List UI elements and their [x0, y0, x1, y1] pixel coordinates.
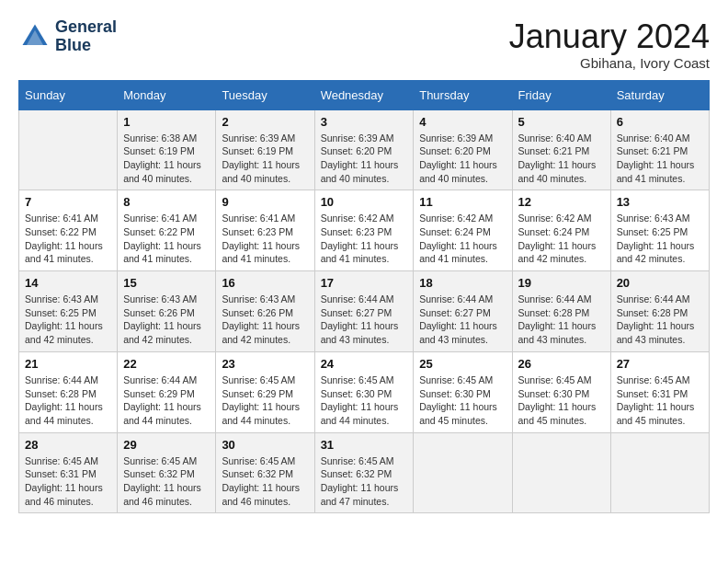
day-number: 6: [617, 115, 703, 129]
calendar-cell: 15Sunrise: 6:43 AMSunset: 6:26 PMDayligh…: [118, 271, 216, 352]
page-header: General Blue January 2024 Gbihana, Ivory…: [18, 18, 710, 71]
day-number: 22: [123, 357, 210, 371]
day-number: 5: [518, 115, 605, 129]
calendar-cell: 8Sunrise: 6:41 AMSunset: 6:22 PMDaylight…: [118, 190, 216, 271]
weekday-header-row: SundayMondayTuesdayWednesdayThursdayFrid…: [19, 80, 710, 109]
calendar-cell: 4Sunrise: 6:39 AMSunset: 6:20 PMDaylight…: [414, 109, 512, 190]
calendar-cell: [512, 432, 610, 513]
day-number: 21: [25, 357, 111, 371]
calendar-cell: 17Sunrise: 6:44 AMSunset: 6:27 PMDayligh…: [314, 271, 414, 352]
day-number: 8: [123, 195, 210, 209]
day-number: 10: [321, 195, 408, 209]
calendar-cell: 2Sunrise: 6:39 AMSunset: 6:19 PMDaylight…: [216, 109, 314, 190]
week-row-5: 28Sunrise: 6:45 AMSunset: 6:31 PMDayligh…: [19, 432, 710, 513]
day-info: Sunrise: 6:45 AMSunset: 6:31 PMDaylight:…: [25, 454, 111, 509]
day-number: 16: [222, 276, 308, 290]
weekday-header-tuesday: Tuesday: [216, 80, 314, 109]
calendar-cell: 10Sunrise: 6:42 AMSunset: 6:23 PMDayligh…: [314, 190, 414, 271]
calendar-cell: 20Sunrise: 6:44 AMSunset: 6:28 PMDayligh…: [610, 271, 709, 352]
day-info: Sunrise: 6:42 AMSunset: 6:23 PMDaylight:…: [321, 212, 408, 266]
day-info: Sunrise: 6:45 AMSunset: 6:32 PMDaylight:…: [222, 454, 308, 509]
day-info: Sunrise: 6:39 AMSunset: 6:20 PMDaylight:…: [321, 132, 408, 186]
weekday-header-friday: Friday: [512, 80, 610, 109]
day-number: 18: [419, 276, 506, 290]
logo-text: General Blue: [55, 18, 117, 55]
weekday-header-wednesday: Wednesday: [314, 80, 414, 109]
calendar-cell: 13Sunrise: 6:43 AMSunset: 6:25 PMDayligh…: [610, 190, 709, 271]
week-row-2: 7Sunrise: 6:41 AMSunset: 6:22 PMDaylight…: [19, 190, 710, 271]
calendar-cell: 21Sunrise: 6:44 AMSunset: 6:28 PMDayligh…: [19, 351, 118, 432]
calendar-cell: 11Sunrise: 6:42 AMSunset: 6:24 PMDayligh…: [414, 190, 512, 271]
calendar-cell: 26Sunrise: 6:45 AMSunset: 6:30 PMDayligh…: [512, 351, 610, 432]
calendar-cell: 27Sunrise: 6:45 AMSunset: 6:31 PMDayligh…: [610, 351, 709, 432]
day-number: 12: [518, 195, 605, 209]
calendar-cell: 29Sunrise: 6:45 AMSunset: 6:32 PMDayligh…: [118, 432, 216, 513]
day-number: 19: [518, 276, 605, 290]
day-number: 24: [321, 357, 408, 371]
calendar-cell: 9Sunrise: 6:41 AMSunset: 6:23 PMDaylight…: [216, 190, 314, 271]
calendar-cell: 30Sunrise: 6:45 AMSunset: 6:32 PMDayligh…: [216, 432, 314, 513]
day-info: Sunrise: 6:39 AMSunset: 6:19 PMDaylight:…: [222, 132, 308, 186]
day-info: Sunrise: 6:45 AMSunset: 6:31 PMDaylight:…: [617, 373, 703, 428]
day-info: Sunrise: 6:42 AMSunset: 6:24 PMDaylight:…: [518, 212, 605, 266]
day-number: 25: [419, 357, 506, 371]
day-number: 17: [321, 276, 408, 290]
day-info: Sunrise: 6:39 AMSunset: 6:20 PMDaylight:…: [419, 132, 506, 186]
day-number: 30: [222, 438, 308, 452]
day-info: Sunrise: 6:44 AMSunset: 6:28 PMDaylight:…: [617, 293, 703, 347]
week-row-3: 14Sunrise: 6:43 AMSunset: 6:25 PMDayligh…: [19, 271, 710, 352]
day-info: Sunrise: 6:43 AMSunset: 6:25 PMDaylight:…: [25, 293, 111, 347]
calendar-cell: 24Sunrise: 6:45 AMSunset: 6:30 PMDayligh…: [314, 351, 414, 432]
calendar-cell: 18Sunrise: 6:44 AMSunset: 6:27 PMDayligh…: [414, 271, 512, 352]
day-number: 20: [617, 276, 703, 290]
calendar-table: SundayMondayTuesdayWednesdayThursdayFrid…: [18, 80, 710, 514]
day-info: Sunrise: 6:43 AMSunset: 6:26 PMDaylight:…: [222, 293, 308, 347]
day-number: 1: [123, 115, 210, 129]
calendar-cell: [414, 432, 512, 513]
day-info: Sunrise: 6:40 AMSunset: 6:21 PMDaylight:…: [518, 132, 605, 186]
calendar-cell: 12Sunrise: 6:42 AMSunset: 6:24 PMDayligh…: [512, 190, 610, 271]
week-row-1: 1Sunrise: 6:38 AMSunset: 6:19 PMDaylight…: [19, 109, 710, 190]
calendar-cell: 22Sunrise: 6:44 AMSunset: 6:29 PMDayligh…: [118, 351, 216, 432]
day-number: 15: [123, 276, 210, 290]
day-number: 9: [222, 195, 308, 209]
day-info: Sunrise: 6:44 AMSunset: 6:27 PMDaylight:…: [419, 293, 506, 347]
day-info: Sunrise: 6:41 AMSunset: 6:23 PMDaylight:…: [222, 212, 308, 266]
calendar-cell: 5Sunrise: 6:40 AMSunset: 6:21 PMDaylight…: [512, 109, 610, 190]
day-info: Sunrise: 6:41 AMSunset: 6:22 PMDaylight:…: [25, 212, 111, 266]
weekday-header-thursday: Thursday: [414, 80, 512, 109]
title-block: January 2024 Gbihana, Ivory Coast: [509, 18, 710, 71]
week-row-4: 21Sunrise: 6:44 AMSunset: 6:28 PMDayligh…: [19, 351, 710, 432]
day-number: 29: [123, 438, 210, 452]
month-title: January 2024: [509, 18, 710, 55]
calendar-cell: 1Sunrise: 6:38 AMSunset: 6:19 PMDaylight…: [118, 109, 216, 190]
day-number: 28: [25, 438, 111, 452]
day-info: Sunrise: 6:44 AMSunset: 6:29 PMDaylight:…: [123, 373, 210, 428]
day-info: Sunrise: 6:45 AMSunset: 6:32 PMDaylight:…: [321, 454, 408, 509]
calendar-cell: 25Sunrise: 6:45 AMSunset: 6:30 PMDayligh…: [414, 351, 512, 432]
day-number: 31: [321, 438, 408, 452]
day-number: 7: [25, 195, 111, 209]
location: Gbihana, Ivory Coast: [509, 55, 710, 71]
calendar-cell: [610, 432, 709, 513]
weekday-header-sunday: Sunday: [19, 80, 118, 109]
weekday-header-saturday: Saturday: [610, 80, 709, 109]
calendar-cell: 31Sunrise: 6:45 AMSunset: 6:32 PMDayligh…: [314, 432, 414, 513]
calendar-cell: 19Sunrise: 6:44 AMSunset: 6:28 PMDayligh…: [512, 271, 610, 352]
day-info: Sunrise: 6:44 AMSunset: 6:28 PMDaylight:…: [518, 293, 605, 347]
calendar-cell: 23Sunrise: 6:45 AMSunset: 6:29 PMDayligh…: [216, 351, 314, 432]
calendar-body: 1Sunrise: 6:38 AMSunset: 6:19 PMDaylight…: [19, 109, 710, 513]
day-info: Sunrise: 6:43 AMSunset: 6:25 PMDaylight:…: [617, 212, 703, 266]
calendar-cell: 28Sunrise: 6:45 AMSunset: 6:31 PMDayligh…: [19, 432, 118, 513]
day-info: Sunrise: 6:41 AMSunset: 6:22 PMDaylight:…: [123, 212, 210, 266]
day-number: 2: [222, 115, 308, 129]
day-info: Sunrise: 6:42 AMSunset: 6:24 PMDaylight:…: [419, 212, 506, 266]
calendar-cell: 14Sunrise: 6:43 AMSunset: 6:25 PMDayligh…: [19, 271, 118, 352]
day-info: Sunrise: 6:45 AMSunset: 6:30 PMDaylight:…: [419, 373, 506, 428]
day-number: 23: [222, 357, 308, 371]
day-info: Sunrise: 6:38 AMSunset: 6:19 PMDaylight:…: [123, 132, 210, 186]
day-number: 3: [321, 115, 408, 129]
day-number: 11: [419, 195, 506, 209]
day-info: Sunrise: 6:45 AMSunset: 6:30 PMDaylight:…: [321, 373, 408, 428]
day-number: 26: [518, 357, 605, 371]
